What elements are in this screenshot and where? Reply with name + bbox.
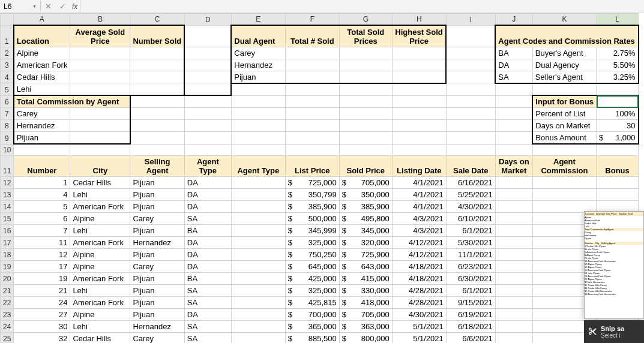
tbl-hdr-A[interactable]: Number xyxy=(14,155,70,176)
cell-rate[interactable]: 3.25% xyxy=(597,71,639,83)
row-header-20[interactable]: 20 xyxy=(1,272,14,284)
cell-agent-type[interactable]: SA xyxy=(184,332,231,343)
row-header-3[interactable]: 3 xyxy=(1,59,14,71)
cancel-icon[interactable]: ✕ xyxy=(41,2,55,11)
cell-number[interactable]: 27 xyxy=(14,308,70,320)
cell-location[interactable]: American Fork xyxy=(14,59,70,71)
hdr-total-sold-prices[interactable]: Total Sold Prices xyxy=(339,25,392,47)
row-header-25[interactable]: 25 xyxy=(1,332,14,343)
tbl-hdr-G[interactable]: Sold Price xyxy=(339,155,392,176)
cell-code-desc[interactable]: Buyer's Agent xyxy=(532,47,596,59)
col-header-I[interactable]: I xyxy=(446,14,495,26)
cell-sale-date[interactable]: 6/10/2021 xyxy=(446,212,495,224)
cell-agent-type[interactable]: SA xyxy=(184,320,231,332)
col-header-C[interactable]: C xyxy=(130,14,184,26)
row-header-5[interactable]: 5 xyxy=(1,83,14,96)
row-header-13[interactable]: 13 xyxy=(1,188,14,200)
cell-listing-date[interactable]: 5/1/2021 xyxy=(392,320,446,332)
tbl-hdr-F[interactable]: List Price xyxy=(285,155,339,176)
cell-listing-date[interactable]: 4/3/2021 xyxy=(392,224,446,236)
cell-agent[interactable]: Pijuan xyxy=(14,132,70,145)
cell-selling-agent[interactable]: Pijuan xyxy=(130,284,184,296)
cell-agent[interactable]: Carey xyxy=(14,108,70,120)
cell-number[interactable]: 21 xyxy=(14,284,70,296)
cell-code[interactable]: DA xyxy=(495,59,532,71)
row-header-17[interactable]: 17 xyxy=(1,236,14,248)
cell-agent-type[interactable]: DA xyxy=(184,248,231,260)
col-header-L[interactable]: L xyxy=(597,14,639,26)
cell-number[interactable]: 12 xyxy=(14,248,70,260)
cell-number[interactable]: 5 xyxy=(14,200,70,212)
cell-agent[interactable]: Hernandez xyxy=(14,120,70,132)
cell-agent-type[interactable]: BA xyxy=(184,272,231,284)
cell-sale-date[interactable]: 11/1/2021 xyxy=(446,248,495,260)
cell-code[interactable]: SA xyxy=(495,71,532,83)
cell-sale-date[interactable]: 6/6/2021 xyxy=(446,332,495,343)
fx-icon[interactable]: fx xyxy=(70,2,80,11)
cell-number[interactable]: 19 xyxy=(14,272,70,284)
cell-bonus-label[interactable]: Percent of List xyxy=(532,108,596,120)
tbl-hdr-L[interactable]: Bonus xyxy=(597,155,639,176)
cell-agent-type[interactable]: BA xyxy=(184,224,231,236)
tbl-hdr-E[interactable]: Agent Type xyxy=(231,155,285,176)
cell-listing-date[interactable]: 4/28/2021 xyxy=(392,296,446,308)
cell-listing-date[interactable]: 5/1/2021 xyxy=(392,332,446,343)
tbl-hdr-D[interactable]: Agent Type xyxy=(184,155,231,176)
col-header-F[interactable]: F xyxy=(285,14,339,26)
cell-city[interactable]: American Fork xyxy=(70,272,130,284)
chevron-down-icon[interactable]: ▼ xyxy=(32,4,37,8)
cell-number[interactable]: 1 xyxy=(14,176,70,188)
hdr-avg-sold-price[interactable]: Average Sold Price xyxy=(70,25,130,47)
cell-dual-agent[interactable]: Pijuan xyxy=(231,71,285,83)
col-header-E[interactable]: E xyxy=(231,14,285,26)
cell-agent-type[interactable]: SA xyxy=(184,284,231,296)
row-header-12[interactable]: 12 xyxy=(1,176,14,188)
row-header-15[interactable]: 15 xyxy=(1,212,14,224)
cell-city[interactable]: Lehi xyxy=(70,320,130,332)
row-header-18[interactable]: 18 xyxy=(1,248,14,260)
cell-listing-date[interactable]: 4/18/2021 xyxy=(392,260,446,272)
cell-dual-agent[interactable]: Carey xyxy=(231,47,285,59)
cell-agent-type[interactable]: DA xyxy=(184,260,231,272)
row-header-9[interactable]: 9 xyxy=(1,132,14,145)
cell-agent-type[interactable]: SA xyxy=(184,296,231,308)
hdr-total-commission[interactable]: Total Commission by Agent xyxy=(14,95,130,108)
cell-rate[interactable]: 2.75% xyxy=(597,47,639,59)
spreadsheet-grid[interactable]: ABCDEFGHIJKL 1LocationAverage Sold Price… xyxy=(0,13,639,343)
col-header-H[interactable]: H xyxy=(392,14,446,26)
cell-agent-type[interactable]: DA xyxy=(184,176,231,188)
cell-selling-agent[interactable]: Carey xyxy=(130,332,184,343)
hdr-highest-sold-price[interactable]: Highest Sold Price xyxy=(392,25,446,47)
cell-listing-date[interactable]: 4/12/2021 xyxy=(392,248,446,260)
cell-location[interactable]: Cedar Hills xyxy=(14,71,70,83)
column-header-row[interactable]: ABCDEFGHIJKL xyxy=(1,14,639,26)
cell-number[interactable]: 32 xyxy=(14,332,70,343)
row-header-2[interactable]: 2 xyxy=(1,47,14,59)
cell-listing-date[interactable]: 4/12/2021 xyxy=(392,236,446,248)
cell-selling-agent[interactable]: Pijuan xyxy=(130,308,184,320)
cell-listing-date[interactable]: 4/18/2021 xyxy=(392,272,446,284)
cell-sale-date[interactable]: 6/30/2021 xyxy=(446,272,495,284)
cell-selling-agent[interactable]: Pijuan xyxy=(130,176,184,188)
cell-city[interactable]: Alpine xyxy=(70,248,130,260)
hdr-location[interactable]: Location xyxy=(14,25,70,47)
cell-code[interactable]: BA xyxy=(495,47,532,59)
cell-agent-type[interactable]: DA xyxy=(184,200,231,212)
cell-listing-date[interactable]: 4/1/2021 xyxy=(392,176,446,188)
cell-number[interactable]: 6 xyxy=(14,212,70,224)
cell-number[interactable]: 30 xyxy=(14,320,70,332)
row-header-14[interactable]: 14 xyxy=(1,200,14,212)
cell-selling-agent[interactable]: Pijuan xyxy=(130,188,184,200)
tbl-hdr-B[interactable]: City xyxy=(70,155,130,176)
snip-notification[interactable]: Snip sa Select i xyxy=(584,320,644,343)
check-icon[interactable]: ✓ xyxy=(55,2,70,11)
cell-selling-agent[interactable]: Pijuan xyxy=(130,224,184,236)
cell-selling-agent[interactable]: Pijuan xyxy=(130,248,184,260)
cell-city[interactable]: Cedar Hills xyxy=(70,176,130,188)
col-header-J[interactable]: J xyxy=(495,14,532,26)
cell-city[interactable]: American Fork xyxy=(70,236,130,248)
tbl-hdr-H[interactable]: Listing Date xyxy=(392,155,446,176)
hdr-dual-agent[interactable]: Dual Agent xyxy=(231,25,285,47)
cell-selling-agent[interactable]: Hernandez xyxy=(130,236,184,248)
cell-number[interactable]: 17 xyxy=(14,260,70,272)
